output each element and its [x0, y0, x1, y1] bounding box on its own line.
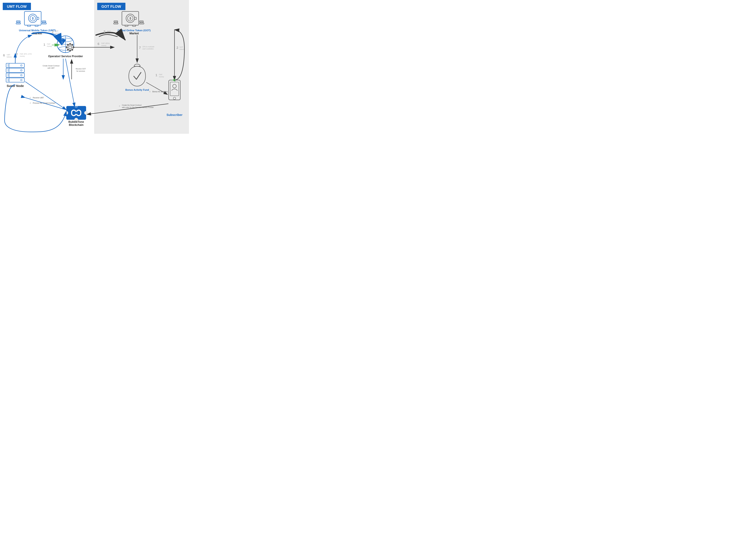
operator-label: Operator/ Service Provider	[48, 55, 83, 58]
step6-text-got2: money	[101, 44, 107, 46]
step8-num: 8	[149, 91, 150, 93]
step3-num: 3	[119, 105, 120, 107]
step5-text-umt: Receive UMT	[33, 97, 44, 99]
svg-rect-75	[75, 112, 77, 114]
step6-text-got1: FIAT (85%)	[101, 42, 110, 44]
step5-num-got: 5	[104, 30, 105, 34]
step6-text1: UMT	[7, 54, 10, 56]
bonus-fund-label: Bonus Activity Fund	[125, 89, 149, 91]
step2-text-got2: tokens	[179, 48, 184, 50]
subscriber-label: Subscriber	[167, 113, 182, 117]
blockchain-icon	[65, 104, 88, 122]
svg-text:₿: ₿	[32, 17, 34, 20]
step1-text-got1: FIAT	[159, 74, 162, 75]
smart-contract-label: Create Smart-Contract	[43, 65, 60, 67]
step2-num-umt: 2	[52, 30, 54, 34]
step2-num-got: 2	[176, 46, 178, 49]
step2-text-got1: GOT	[179, 46, 183, 48]
svg-rect-41	[69, 50, 71, 51]
step7-text-got2: user's activities	[142, 48, 154, 50]
blockchain-label-1: BubbleTone	[68, 120, 84, 124]
step2-text-umt: UMT	[55, 30, 59, 32]
diagram-svg: UMT FLOW GOT FLOW ₿	[0, 0, 189, 134]
step3-text2: with order for the Operator/Service Priv…	[122, 106, 154, 108]
got-market-label-2: Market	[129, 32, 139, 35]
step7-num: 7	[16, 53, 18, 56]
step1-text: FIAT	[47, 43, 50, 45]
step5-num-umt: 5	[30, 97, 31, 99]
umt-market-label-1: Universal Mobile Token (UMT)	[19, 29, 56, 32]
step6-num: 6	[3, 53, 5, 57]
blockchain-label-2: Blockchain	[69, 124, 84, 127]
got-market-label-1: Global Online Token (GOT)	[118, 29, 151, 32]
svg-rect-40	[69, 43, 71, 45]
step1-text2: money	[47, 45, 52, 47]
step7-num-got: 7	[139, 46, 141, 49]
step6-text2: tokens	[7, 56, 12, 58]
umt-header: UMT FLOW	[7, 4, 27, 9]
got-header: GOT FLOW	[101, 4, 121, 9]
step2-text-umt2: tokens	[55, 32, 60, 34]
step1-num: 1	[43, 43, 45, 46]
step3-text1: Create the Smart-Contract	[122, 104, 142, 106]
step1-text-got2: money	[159, 76, 164, 78]
smart-contract-label2: with UMT	[47, 67, 55, 69]
step7-text2: money	[20, 55, 25, 57]
step1-num-got: 1	[155, 73, 157, 77]
svg-text:₿: ₿	[130, 17, 131, 20]
step7-text-got1: 15% to motivate	[142, 46, 154, 47]
receive-got-label: Receive GOT	[76, 68, 86, 70]
step5-text-got1: GOT	[107, 30, 111, 32]
svg-rect-43	[66, 47, 68, 48]
step6-num-got: 6	[97, 42, 99, 46]
receive-got-label2: for services	[76, 70, 85, 72]
step5-text-got2: tokens	[107, 32, 112, 34]
step7-text1: FIAT, BTC, ETH	[20, 53, 32, 55]
main-container: UMT FLOW GOT FLOW ₿	[0, 0, 189, 134]
svg-point-78	[74, 104, 78, 108]
step4-num: 4	[30, 102, 31, 104]
step8-text: Bonus for activities	[152, 91, 168, 93]
